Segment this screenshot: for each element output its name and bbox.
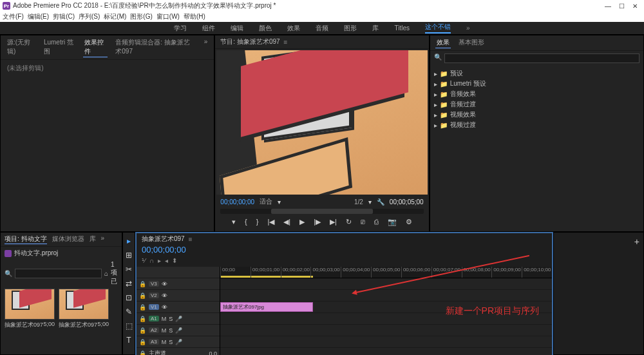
menu-help[interactable]: 帮助(H) bbox=[184, 12, 205, 21]
project-panel: 项目: 抖动文字 媒体浏览器 库 » 抖动文字.prproj 🔍 ⌂ 1 项已 … bbox=[0, 232, 122, 355]
search-icon: 🔍 bbox=[434, 53, 442, 63]
menu-clip[interactable]: 剪辑(C) bbox=[53, 12, 75, 21]
type-tool-icon[interactable]: T bbox=[126, 336, 131, 345]
effects-search-input[interactable] bbox=[444, 53, 639, 63]
ws-assembly[interactable]: 组件 bbox=[202, 24, 215, 33]
track-v2[interactable]: 🔒V2👁 bbox=[137, 290, 220, 302]
track-master[interactable]: 🔒主声道0.0 bbox=[137, 348, 220, 355]
menu-sequence[interactable]: 序列(S) bbox=[79, 12, 100, 21]
clip-v1[interactable]: 抽象派艺术097jpg bbox=[220, 302, 313, 312]
track-a3[interactable]: 🔒A3MS🎤 bbox=[137, 336, 220, 348]
tab-lumetri-scopes[interactable]: Lumetri 范围 bbox=[43, 37, 77, 57]
sequence-name[interactable]: 抽象派艺术097 bbox=[142, 235, 185, 244]
program-scrubber[interactable] bbox=[220, 209, 423, 214]
ws-audio[interactable]: 音频 bbox=[316, 24, 328, 33]
fx-audio-trans[interactable]: ▸📁音频过渡 bbox=[434, 99, 639, 110]
ws-effects[interactable]: 效果 bbox=[287, 24, 300, 33]
menu-window[interactable]: 窗口(W) bbox=[156, 12, 180, 21]
program-resolution[interactable]: 1/2 bbox=[354, 198, 363, 206]
step-fwd-icon[interactable]: |▶ bbox=[314, 218, 321, 226]
ws-edit[interactable]: 编辑 bbox=[231, 24, 243, 33]
ws-titles[interactable]: Titles bbox=[394, 24, 410, 32]
tab-source-noclip[interactable]: 源:(无剪辑) bbox=[6, 37, 36, 57]
minimize-icon[interactable]: — bbox=[605, 3, 611, 10]
panel-menu-icon[interactable]: » bbox=[101, 235, 105, 244]
in-point-icon[interactable]: { bbox=[245, 218, 247, 226]
lift-icon[interactable]: ↻ bbox=[346, 218, 352, 226]
tab-audio-clip-mixer[interactable]: 音频剪辑混合器: 抽象派艺术097 bbox=[114, 37, 196, 57]
wrench-icon[interactable]: 🔧 bbox=[377, 198, 384, 206]
program-label: 节目: 抽象派艺术097 bbox=[220, 37, 279, 46]
timeline-timecode[interactable]: 00;00;00;00 bbox=[137, 245, 552, 257]
slip-tool-icon[interactable]: ⊡ bbox=[126, 293, 132, 302]
export-frame-icon[interactable]: ⎙ bbox=[374, 218, 379, 226]
razor-tool-icon[interactable]: ⇄ bbox=[126, 279, 132, 288]
add-button[interactable]: + bbox=[634, 236, 639, 247]
program-fit[interactable]: 适合 bbox=[260, 197, 272, 206]
project-search-input[interactable] bbox=[15, 269, 102, 278]
go-out-icon[interactable]: ▶| bbox=[330, 218, 337, 226]
selection-tool-icon[interactable]: ▸ bbox=[127, 236, 131, 245]
go-in-icon[interactable]: |◀ bbox=[267, 218, 274, 226]
mic-icon: 🎤 bbox=[175, 327, 182, 334]
tl-opt-settings[interactable]: ◂ bbox=[165, 257, 168, 264]
folder-icon: 📁 bbox=[440, 122, 448, 129]
panel-menu-icon[interactable]: » bbox=[203, 37, 209, 57]
program-menu-icon[interactable]: ≡ bbox=[284, 39, 288, 46]
track-v1[interactable]: 🔒V1👁 bbox=[137, 302, 220, 313]
close-icon[interactable]: ✕ bbox=[632, 3, 638, 10]
ws-library[interactable]: 库 bbox=[372, 24, 379, 33]
marker-icon[interactable]: ▾ bbox=[232, 218, 236, 226]
seq-menu-icon[interactable]: ≡ bbox=[189, 236, 193, 243]
bin-item[interactable]: 抽象派艺术0975;00 bbox=[59, 289, 109, 329]
settings-icon[interactable]: ⚙ bbox=[406, 218, 412, 226]
time-ruler[interactable]: 00;00 00;00;01;00 00;00;02;00 00;00;03;0… bbox=[220, 267, 552, 278]
menu-file[interactable]: 文件(F) bbox=[3, 12, 24, 21]
ws-overflow-icon[interactable]: » bbox=[466, 24, 470, 32]
tab-library[interactable]: 库 bbox=[90, 235, 96, 244]
ws-learn[interactable]: 学习 bbox=[174, 24, 187, 33]
tl-opt-snap[interactable]: ⅟ bbox=[142, 257, 146, 264]
menu-edit[interactable]: 编辑(E) bbox=[28, 12, 49, 21]
filter-icon[interactable]: ⌂ bbox=[104, 270, 108, 277]
step-back-icon[interactable]: ◀| bbox=[283, 218, 290, 226]
fx-video-effects[interactable]: ▸📁视频效果 bbox=[434, 110, 639, 120]
hand-tool-icon[interactable]: ⬚ bbox=[126, 321, 133, 331]
ripple-tool-icon[interactable]: ✂ bbox=[126, 265, 132, 274]
fx-presets[interactable]: ▸📁预设 bbox=[434, 68, 639, 79]
track-select-tool-icon[interactable]: ⊞ bbox=[126, 251, 132, 260]
track-v3[interactable]: 🔒V3👁 bbox=[137, 278, 220, 290]
tl-opt-wrench[interactable]: ⬍ bbox=[172, 257, 177, 264]
maximize-icon[interactable]: ☐ bbox=[619, 3, 625, 10]
annotation-text: 新建一个PR项目与序列 bbox=[446, 305, 539, 317]
out-point-icon[interactable]: } bbox=[256, 218, 259, 226]
track-a1[interactable]: 🔒A1MS🎤 bbox=[137, 313, 220, 325]
extract-icon[interactable]: ⎚ bbox=[361, 218, 365, 226]
fx-lumetri[interactable]: ▸📁Lumetri 预设 bbox=[434, 79, 639, 89]
project-icon bbox=[5, 250, 12, 257]
program-tc-left[interactable]: 00;00;00;00 bbox=[220, 198, 254, 206]
track-a2[interactable]: 🔒A2MS🎤 bbox=[137, 325, 220, 336]
pen-tool-icon[interactable]: ✎ bbox=[126, 307, 132, 316]
tab-media-browser[interactable]: 媒体浏览器 bbox=[52, 235, 84, 244]
ws-active[interactable]: 这个不错 bbox=[425, 23, 451, 34]
tl-opt-marker[interactable]: ▸ bbox=[158, 257, 161, 264]
folder-icon: 📁 bbox=[440, 101, 448, 108]
tab-essential-graphics[interactable]: 基本图形 bbox=[457, 37, 486, 48]
tab-project[interactable]: 项目: 抖动文字 bbox=[5, 235, 47, 244]
ws-graphics[interactable]: 图形 bbox=[344, 24, 357, 33]
tl-opt-link[interactable]: ∩ bbox=[149, 257, 154, 264]
camera-icon[interactable]: 📷 bbox=[388, 218, 397, 226]
menu-graphics[interactable]: 图形(G) bbox=[130, 12, 152, 21]
menu-marker[interactable]: 标记(M) bbox=[104, 12, 126, 21]
fx-audio-effects[interactable]: ▸📁音频效果 bbox=[434, 89, 639, 99]
program-monitor[interactable] bbox=[216, 50, 427, 195]
tab-effects[interactable]: 效果 bbox=[435, 37, 451, 48]
bin-item[interactable]: 抽象派艺术0975;00 bbox=[5, 289, 55, 329]
ws-color[interactable]: 颜色 bbox=[259, 24, 272, 33]
track-headers: 🔒V3👁 🔒V2👁 🔒V1👁 🔒A1MS🎤 🔒A2MS🎤 🔒A3MS🎤 🔒主声道… bbox=[137, 267, 220, 355]
timeline-tracks[interactable]: 00;00 00;00;01;00 00;00;02;00 00;00;03;0… bbox=[220, 267, 552, 355]
play-icon[interactable]: ▶ bbox=[299, 218, 305, 226]
tab-effect-controls[interactable]: 效果控件 bbox=[83, 37, 108, 57]
fx-video-trans[interactable]: ▸📁视频过渡 bbox=[434, 120, 639, 130]
